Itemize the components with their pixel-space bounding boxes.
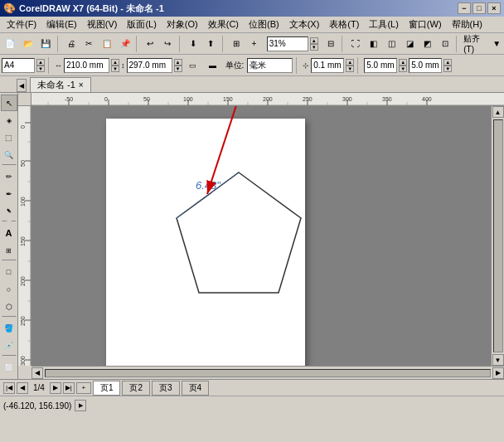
val1-input[interactable] (364, 58, 397, 73)
close-button[interactable]: × (487, 2, 501, 14)
page-size-down[interactable]: ▼ (36, 66, 45, 72)
page-last-button[interactable]: ▶| (63, 382, 75, 394)
menu-edit[interactable]: 编辑(E) (41, 17, 82, 32)
export-button[interactable]: ⬆ (202, 35, 220, 53)
ruler-corner (18, 93, 32, 106)
red-arrow (207, 106, 239, 194)
tool-table[interactable]: ⊞ (1, 242, 17, 259)
undo-button[interactable]: ↩ (142, 35, 159, 53)
portrait-btn[interactable]: ▭ (184, 56, 202, 75)
menu-layout[interactable]: 版面(L) (122, 17, 161, 32)
tab-scroll-left[interactable]: ◀ (17, 79, 27, 92)
width-down[interactable]: ▼ (111, 66, 119, 72)
document-tab[interactable]: 未命名 -1 × (30, 77, 91, 92)
tool-crop[interactable]: ⬚ (1, 129, 17, 146)
open-button[interactable]: 📂 (20, 35, 37, 53)
zoom-in[interactable]: + (245, 35, 263, 53)
tool-ellipse[interactable]: ○ (1, 281, 17, 298)
page-tab-3[interactable]: 页3 (152, 381, 180, 396)
landscape-btn[interactable]: ▬ (204, 56, 222, 75)
page-size-up[interactable]: ▲ (36, 59, 45, 66)
menu-text[interactable]: 文本(X) (284, 17, 325, 32)
scroll-track-v[interactable] (493, 119, 503, 352)
tool-text[interactable]: A (1, 225, 17, 241)
menu-bitmap[interactable]: 位图(B) (244, 17, 284, 32)
corel-connect[interactable]: ⊞ (227, 35, 245, 53)
scroll-right-button[interactable]: ▶ (492, 367, 504, 379)
fullscreen[interactable]: ⛶ (347, 35, 365, 53)
menu-table[interactable]: 表格(T) (324, 17, 364, 32)
new-button[interactable]: 📄 (2, 35, 19, 53)
nudge-input[interactable] (311, 58, 344, 73)
menu-file[interactable]: 文件(F) (2, 17, 41, 32)
page-add-button[interactable]: + (76, 382, 91, 394)
page-tab-1[interactable]: 页1 (93, 381, 121, 396)
maximize-button[interactable]: □ (472, 2, 486, 14)
page-tab-4[interactable]: 页4 (182, 381, 210, 396)
menu-object[interactable]: 对象(O) (162, 17, 203, 32)
horizontal-scrollbar[interactable]: ◀ ▶ (32, 366, 504, 379)
unit-input[interactable] (247, 58, 293, 73)
scroll-down-button[interactable]: ▼ (492, 354, 504, 366)
menu-effects[interactable]: 效果(C) (203, 17, 244, 32)
tool-select[interactable]: ↖ (1, 95, 17, 111)
menu-window[interactable]: 窗口(W) (404, 17, 447, 32)
zoom-down[interactable]: ▼ (310, 44, 318, 51)
val2-down[interactable]: ▼ (443, 66, 452, 72)
zoom-input[interactable] (267, 36, 308, 51)
nudge-down[interactable]: ▼ (346, 66, 354, 72)
save-button[interactable]: 💾 (37, 35, 55, 53)
menu-help[interactable]: 帮助(H) (447, 17, 487, 32)
val1-down[interactable]: ▼ (399, 66, 407, 72)
menu-tools[interactable]: 工具(L) (364, 17, 403, 32)
scroll-up-button[interactable]: ▲ (492, 106, 504, 118)
tool-rect[interactable]: □ (1, 264, 17, 280)
doc-tab-close[interactable]: × (79, 80, 84, 90)
vertical-scrollbar[interactable]: ▲ ▼ (491, 106, 504, 366)
copy-button[interactable]: 📋 (99, 35, 116, 53)
tool-zoom[interactable]: 🔍 (1, 147, 17, 163)
page-next-button[interactable]: ▶ (50, 382, 61, 394)
nudge-up[interactable]: ▲ (346, 59, 354, 66)
page-height-input[interactable] (127, 58, 172, 73)
height-down[interactable]: ▼ (174, 66, 182, 72)
tool-shape[interactable]: ◈ (1, 112, 17, 129)
minimize-button[interactable]: − (458, 2, 471, 14)
scroll-track-h[interactable] (45, 369, 491, 377)
options2[interactable]: ◫ (383, 35, 400, 53)
page-tab-2[interactable]: 页2 (122, 381, 150, 396)
print-button[interactable]: 🖨 (63, 35, 80, 53)
scroll-left-button[interactable]: ◀ (32, 367, 43, 379)
status-arrow-button[interactable]: ▶ (75, 400, 86, 411)
paste-button[interactable]: 📌 (116, 35, 133, 53)
options4[interactable]: ◩ (419, 35, 436, 53)
snap-dropdown[interactable]: ▼ (492, 35, 502, 53)
zoom-up[interactable]: ▲ (310, 37, 318, 44)
val2-up[interactable]: ▲ (443, 59, 452, 66)
options1[interactable]: ◧ (366, 35, 383, 53)
val1-up[interactable]: ▲ (399, 59, 407, 66)
tool-color-dropper[interactable]: 💉 (1, 338, 17, 354)
val2-spinner: ▲ ▼ (443, 59, 452, 72)
page-first-button[interactable]: |◀ (3, 382, 15, 394)
tool-freehand[interactable]: ✏ (1, 168, 17, 185)
toolbox: ↖ ◈ ⬚ 🔍 ✏ ✒ ✒ A ⊞ □ ○ ⬡ 🪣 💉 ⬜ (0, 93, 18, 379)
options3[interactable]: ◪ (401, 35, 419, 53)
page-size-input[interactable] (2, 58, 35, 73)
cut-button[interactable]: ✂ (80, 35, 98, 53)
width-up[interactable]: ▲ (111, 59, 119, 66)
zoom-out[interactable]: ⊟ (322, 35, 340, 53)
main-toolbar: 📄 📂 💾 🖨 ✂ 📋 📌 ↩ ↪ ⬇ ⬆ ⊞ + ▲ ▼ ⊟ ⛶ ◧ ◫ ◪ … (0, 33, 504, 55)
menu-view[interactable]: 视图(V) (82, 17, 123, 32)
options5[interactable]: ⊡ (437, 35, 454, 53)
val2-input[interactable] (409, 58, 442, 73)
page-width-input[interactable] (64, 58, 109, 73)
page-prev-button[interactable]: ◀ (17, 382, 28, 394)
import-button[interactable]: ⬇ (185, 35, 202, 53)
tool-polygon[interactable]: ⬡ (1, 299, 17, 315)
tool-fill[interactable]: 🪣 (1, 320, 17, 337)
height-up[interactable]: ▲ (174, 59, 182, 66)
tool-pen[interactable]: ✒ (0, 200, 18, 223)
tool-outline[interactable]: ⬜ (1, 359, 17, 376)
redo-button[interactable]: ↪ (159, 35, 177, 53)
